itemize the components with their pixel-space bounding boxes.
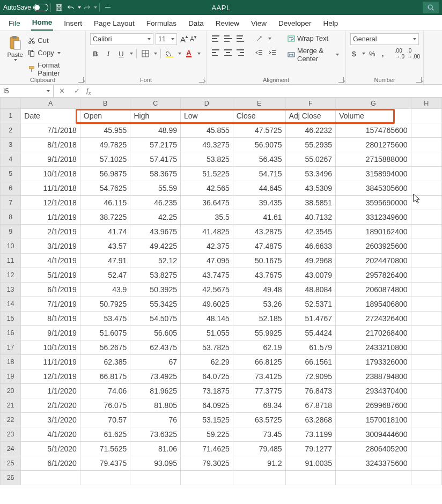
cell[interactable] [411,340,442,355]
cell[interactable]: 53.8275 [130,268,181,283]
align-bottom-icon[interactable] [235,34,245,43]
decrease-indent-icon[interactable] [254,47,264,58]
cell[interactable]: 52.12 [130,254,181,268]
cell[interactable]: 50.7925 [80,297,130,312]
cell[interactable]: 55.0267 [285,152,336,167]
cell[interactable]: 2699687600 [336,398,411,413]
cell[interactable]: 41.74 [80,225,130,239]
cell[interactable]: 4/1/2020 [21,427,80,442]
cell[interactable]: 76.075 [80,398,130,413]
paste-button[interactable]: Paste [4,33,26,76]
cell[interactable]: 53.475 [80,312,130,326]
cell[interactable]: 51.055 [180,326,233,340]
decrease-font-icon[interactable]: A▼ [189,35,195,43]
cell[interactable]: 73.1875 [180,384,233,398]
cell[interactable]: 53.3496 [285,167,336,181]
font-color-dropdown[interactable] [197,53,201,55]
cell[interactable]: 47.5725 [233,123,285,138]
increase-indent-icon[interactable] [267,47,278,58]
cell[interactable]: High [130,109,181,123]
align-right-icon[interactable] [235,48,245,57]
cell[interactable] [180,471,233,485]
cell[interactable]: 2806405200 [336,442,411,456]
cell[interactable]: 91.2 [233,456,285,471]
cell[interactable]: 47.4875 [233,239,285,254]
cell[interactable]: 3009444600 [336,427,411,442]
wrap-text-button[interactable]: Wrap Text [285,33,341,43]
cell[interactable]: 1/1/2019 [21,210,80,225]
cell[interactable] [411,181,442,196]
cell[interactable]: 2603925600 [336,239,411,254]
cell[interactable]: 2801275600 [336,138,411,152]
cell[interactable]: 79.4375 [80,456,130,471]
cell[interactable]: 1570018100 [336,413,411,427]
column-header[interactable]: A [21,98,80,109]
copy-button[interactable]: Copy [26,48,81,58]
increase-font-icon[interactable]: A▲ [179,35,187,44]
cell[interactable] [411,152,442,167]
number-format-combo[interactable]: General [350,33,419,45]
alignment-launcher[interactable] [338,77,344,83]
row-header[interactable]: 26 [1,471,21,485]
cell[interactable] [411,210,442,225]
cell[interactable]: 2/1/2019 [21,225,80,239]
cell[interactable]: 43.7675 [233,268,285,283]
cell[interactable] [411,138,442,152]
cell[interactable] [411,109,442,123]
row-header[interactable]: 14 [1,297,21,312]
number-launcher[interactable] [416,77,422,83]
row-header[interactable]: 10 [1,239,21,254]
cell[interactable]: 8/1/2019 [21,312,80,326]
cell[interactable] [411,123,442,138]
cell[interactable]: 49.4225 [130,239,181,254]
cell[interactable]: 42.5675 [180,283,233,297]
cell[interactable]: 38.5851 [285,196,336,210]
cell[interactable]: 38.7225 [80,210,130,225]
cell[interactable]: 59.225 [180,427,233,442]
cell[interactable]: Low [180,109,233,123]
cell[interactable]: 56.2675 [80,340,130,355]
cell[interactable]: 1895406800 [336,297,411,312]
cell[interactable]: 2715888000 [336,152,411,167]
cell[interactable] [411,167,442,181]
name-box[interactable]: I5 [0,85,54,97]
cell[interactable]: 11/1/2019 [21,355,80,369]
row-header[interactable]: 12 [1,268,21,283]
cell[interactable]: 43.9 [80,283,130,297]
cell[interactable]: 39.435 [233,196,285,210]
cell[interactable]: 53.825 [180,152,233,167]
cell[interactable]: 43.7475 [180,268,233,283]
cell[interactable]: 49.3275 [180,138,233,152]
cell[interactable]: 54.7625 [80,181,130,196]
row-header[interactable]: 4 [1,152,21,167]
cell[interactable]: 47.91 [80,254,130,268]
cell[interactable]: 42.3545 [285,225,336,239]
cell[interactable]: 72.9095 [285,369,336,384]
cell[interactable]: 45.955 [80,123,130,138]
cell[interactable]: 40.7132 [285,210,336,225]
cell[interactable]: 79.1277 [285,442,336,456]
font-name-combo[interactable]: Calibri [90,33,153,45]
cell[interactable]: 7/1/2018 [21,123,80,138]
row-header[interactable]: 15 [1,312,21,326]
cell[interactable]: 3158994000 [336,167,411,181]
cell[interactable] [411,456,442,471]
align-left-icon[interactable] [211,48,220,57]
cell[interactable]: 5/1/2019 [21,268,80,283]
cell[interactable]: 67 [130,355,181,369]
cell[interactable]: 4/1/2019 [21,254,80,268]
row-header[interactable]: 20 [1,384,21,398]
undo-icon[interactable] [65,4,77,11]
cell[interactable]: 51.6075 [80,326,130,340]
underline-button[interactable]: U [116,48,127,59]
cell[interactable] [130,471,181,485]
tab-data[interactable]: Data [187,17,205,31]
cell[interactable]: 6/1/2020 [21,456,80,471]
align-center-icon[interactable] [223,48,233,57]
row-header[interactable]: 23 [1,427,21,442]
cell[interactable]: 62.19 [233,340,285,355]
cell[interactable]: 6/1/2019 [21,283,80,297]
cell[interactable]: 42.565 [180,181,233,196]
cell[interactable]: 61.625 [80,427,130,442]
row-header[interactable]: 9 [1,225,21,239]
